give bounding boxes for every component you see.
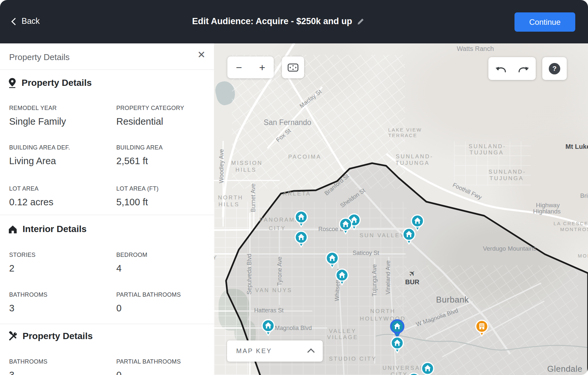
map-label: SUNLAND- [469, 143, 506, 150]
page-title-text: Edit Audience: Acquire - $250k and up [192, 16, 352, 26]
field-label: PROPERTY CATEGORY [116, 105, 208, 112]
map-label: TUJUNGA [470, 149, 504, 156]
building-pin[interactable] [474, 319, 489, 339]
pencil-edit-icon[interactable] [357, 18, 365, 25]
map-label: MONTROSE [560, 227, 588, 232]
home-pin[interactable] [401, 227, 416, 247]
home-pin[interactable] [406, 372, 421, 375]
map-label: Tujunga Ave [371, 264, 378, 296]
map-label: Glendale [547, 364, 582, 374]
property-details-panel: Property Details ✕ Property Details REMO… [0, 43, 214, 375]
field-row: REMODEL YEARSingle Family PROPERTY CATEG… [9, 105, 208, 127]
map-label: Watts Ranch [457, 45, 494, 53]
home-icon [8, 225, 18, 234]
field-label: LOT AREA [9, 185, 116, 192]
section-title: Property Details [23, 331, 93, 341]
map-label: NORTH [370, 308, 396, 315]
redo-icon[interactable] [516, 63, 530, 74]
field-label: BATHROOMS [9, 358, 116, 365]
map-label: Burbank [436, 295, 469, 305]
map-label: Woodley Ave [218, 149, 225, 183]
field-label: LOT AREA (FT) [116, 185, 208, 192]
map-label: STUDIO CITY [329, 356, 377, 362]
chevron-up-icon [307, 348, 315, 356]
field-value: 3 [9, 303, 116, 314]
field-label: BEDROOM [116, 252, 208, 258]
map-label: LA CRESCENTA [553, 221, 588, 226]
field-value: 0 [116, 369, 208, 375]
home-pin[interactable] [335, 268, 350, 288]
map-label: HILLS [219, 201, 240, 208]
map-label: VALLEY [329, 328, 356, 335]
map-label: UNIVERSAL [383, 365, 424, 371]
map-label: VAN NUYS [255, 287, 292, 294]
continue-button[interactable]: Continue [514, 12, 575, 32]
history-control [488, 57, 536, 80]
back-button[interactable]: Back [12, 16, 40, 26]
field-row: BATHROOMS3 PARTIAL BATHROOMS0 [9, 291, 208, 314]
map-label: Highlands [533, 208, 561, 215]
map-label: VILLAGE [327, 334, 358, 341]
map-key-label: MAP KEY [236, 347, 272, 355]
section-title: Property Details [22, 78, 92, 88]
map-label: TERRACE [388, 133, 417, 138]
home-pin[interactable] [294, 210, 309, 230]
panel-title: Property Details [9, 52, 70, 62]
field-row: BUILDING AREA DEF.Living Area BUILDING A… [9, 144, 208, 166]
close-icon[interactable]: ✕ [197, 50, 205, 60]
back-label: Back [22, 16, 40, 26]
field-row: BATHROOMS3 PARTIAL BATHROOMS0 [9, 358, 208, 375]
map-label: SUNLAND- [396, 153, 433, 160]
field-value: 5,100 ft [116, 196, 208, 208]
map-label: SUNLAND- [489, 169, 526, 175]
zoom-in-button[interactable]: + [253, 62, 272, 73]
field-value: 0.12 acres [9, 196, 116, 208]
fit-bounds-button[interactable] [282, 56, 304, 78]
field-value: Single Family [9, 116, 116, 127]
map-label: Magnolia Blvd [275, 325, 312, 332]
page-title: Edit Audience: Acquire - $250k and up [192, 16, 365, 26]
question-mark-icon: ? [549, 63, 560, 74]
location-pin-icon [8, 78, 17, 88]
field-label: PARTIAL BATHROOMS [116, 358, 208, 365]
home-pin[interactable] [390, 336, 405, 356]
home-pin[interactable] [338, 217, 353, 237]
undo-icon[interactable] [494, 63, 508, 74]
map-label: ARLETA [283, 191, 311, 197]
field-row: LOT AREA0.12 acres LOT AREA (FT)5,100 ft [9, 185, 208, 208]
field-label: PARTIAL BATHROOMS [116, 291, 208, 298]
home-pin[interactable] [294, 230, 309, 250]
home-pin[interactable] [420, 361, 435, 375]
map-label: BUR [405, 278, 419, 286]
divider [0, 70, 214, 70]
map-label: Verdugo Mountains [483, 245, 536, 252]
map-label: PACOIMA [288, 154, 321, 160]
field-label: BUILDING AREA [116, 144, 208, 151]
tools-icon [8, 331, 18, 341]
zoom-control: − + [227, 56, 274, 78]
map-label: Vineland Ave [385, 260, 392, 294]
field-value: 0 [116, 303, 208, 314]
field-label: BUILDING AREA DEF. [9, 144, 116, 151]
section-header-property-details: Property Details [8, 78, 92, 88]
field-value: 2 [9, 263, 116, 274]
divider [0, 324, 214, 324]
map-canvas[interactable]: Watts RanchSan FernandoMaclay StFox StLA… [214, 43, 588, 375]
section-title: Interior Details [23, 224, 87, 234]
field-value: Residential [116, 116, 208, 127]
map-label: MISSION [231, 160, 263, 166]
map-label: Burnet Ave [250, 183, 257, 212]
field-value: Living Area [9, 155, 116, 166]
home-pin[interactable] [261, 318, 276, 338]
help-button[interactable]: ? [542, 57, 567, 80]
chevron-left-icon [11, 18, 19, 25]
zoom-out-button[interactable]: − [229, 62, 249, 73]
map-key-toggle[interactable]: MAP KEY [227, 340, 323, 362]
map-label: San Fernando [264, 118, 311, 127]
map-label: HILLS [236, 167, 257, 173]
map-label: Saticoy St [352, 250, 379, 257]
map-label: CITY [269, 225, 286, 232]
map-label: TUJUNGA [490, 175, 524, 182]
divider [0, 215, 214, 215]
field-value: 3 [9, 369, 116, 375]
